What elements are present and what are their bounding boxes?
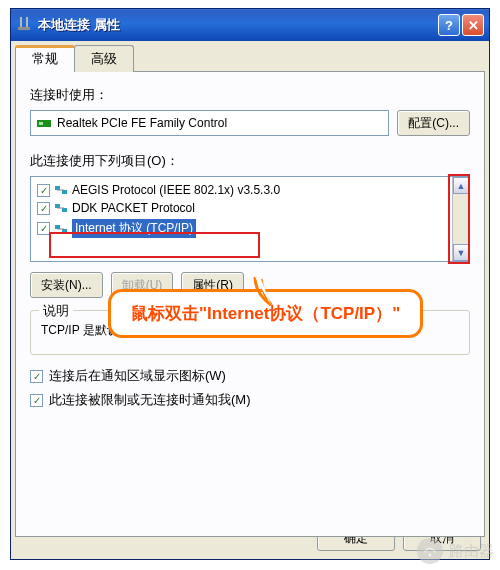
tab-strip: 常规 高级	[15, 45, 485, 72]
window-title: 本地连接 属性	[38, 16, 438, 34]
checkbox[interactable]: ✓	[37, 184, 50, 197]
notify-label: 此连接被限制或无连接时通知我(M)	[49, 391, 251, 409]
properties-window: 本地连接 属性 ? ✕ 常规 高级 连接时使用： Realtek PCIe FE…	[10, 8, 490, 560]
show-icon-row[interactable]: ✓ 连接后在通知区域显示图标(W)	[30, 367, 470, 385]
show-icon-label: 连接后在通知区域显示图标(W)	[49, 367, 226, 385]
scrollbar[interactable]: ▲ ▼	[452, 177, 469, 261]
svg-rect-12	[62, 229, 67, 233]
tab-advanced[interactable]: 高级	[74, 45, 134, 72]
list-content: ✓ AEGIS Protocol (IEEE 802.1x) v3.5.3.0 …	[31, 177, 452, 261]
adapter-field[interactable]: Realtek PCIe FE Family Control	[30, 110, 389, 136]
scroll-down-button[interactable]: ▼	[453, 244, 469, 261]
adapter-label: 连接时使用：	[30, 86, 470, 104]
description-legend: 说明	[39, 302, 73, 320]
svg-rect-9	[62, 208, 67, 212]
svg-rect-1	[26, 17, 28, 27]
list-item[interactable]: ✓ DDK PACKET Protocol	[35, 199, 448, 217]
scroll-track[interactable]	[453, 194, 469, 244]
list-item-label: DDK PACKET Protocol	[72, 201, 195, 215]
protocol-icon	[54, 202, 68, 214]
title-bar[interactable]: 本地连接 属性 ? ✕	[11, 9, 489, 41]
adapter-name: Realtek PCIe FE Family Control	[57, 116, 227, 130]
notify-row[interactable]: ✓ 此连接被限制或无连接时通知我(M)	[30, 391, 470, 409]
scroll-up-button[interactable]: ▲	[453, 177, 469, 194]
svg-point-14	[429, 554, 432, 557]
protocol-icon	[54, 184, 68, 196]
svg-rect-5	[55, 186, 60, 190]
close-button[interactable]: ✕	[462, 14, 484, 36]
network-icon	[16, 17, 32, 33]
svg-rect-4	[39, 122, 43, 125]
components-listbox: ✓ AEGIS Protocol (IEEE 802.1x) v3.5.3.0 …	[30, 176, 470, 262]
svg-rect-8	[55, 204, 60, 208]
list-item-label: Internet 协议 (TCP/IP)	[72, 219, 196, 238]
list-item[interactable]: ✓ Internet 协议 (TCP/IP)	[35, 217, 448, 240]
watermark-icon	[417, 538, 443, 564]
checkbox[interactable]: ✓	[37, 222, 50, 235]
svg-rect-0	[20, 17, 22, 27]
svg-rect-11	[55, 225, 60, 229]
svg-rect-2	[18, 27, 30, 30]
watermark: 路由器	[417, 538, 494, 564]
checkbox[interactable]: ✓	[30, 394, 43, 407]
configure-button[interactable]: 配置(C)...	[397, 110, 470, 136]
checkbox[interactable]: ✓	[30, 370, 43, 383]
install-button[interactable]: 安装(N)...	[30, 272, 103, 298]
components-label: 此连接使用下列项目(O)：	[30, 152, 470, 170]
help-button[interactable]: ?	[438, 14, 460, 36]
list-item[interactable]: ✓ AEGIS Protocol (IEEE 802.1x) v3.5.3.0	[35, 181, 448, 199]
nic-icon	[37, 117, 51, 129]
callout-tail	[251, 275, 295, 307]
checkbox[interactable]: ✓	[37, 202, 50, 215]
svg-rect-6	[62, 190, 67, 194]
tab-general[interactable]: 常规	[15, 45, 75, 72]
adapter-row: Realtek PCIe FE Family Control 配置(C)...	[30, 110, 470, 136]
list-item-label: AEGIS Protocol (IEEE 802.1x) v3.5.3.0	[72, 183, 280, 197]
title-buttons: ? ✕	[438, 14, 484, 36]
watermark-text: 路由器	[449, 542, 494, 561]
protocol-icon	[54, 223, 68, 235]
